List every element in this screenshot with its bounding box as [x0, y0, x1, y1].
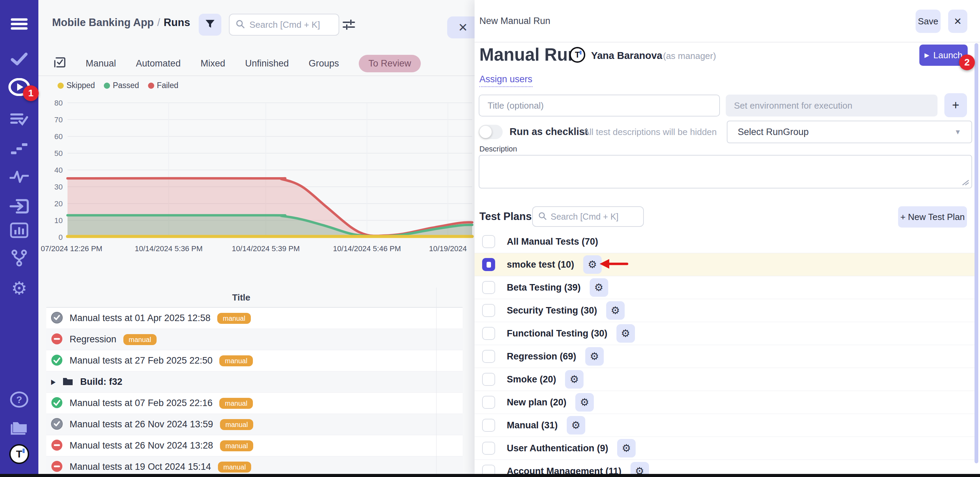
table-row[interactable]: Manual tests at 27 Feb 2025 22:50 manual	[46, 350, 463, 372]
table-row[interactable]: Manual tests at 26 Nov 2024 13:28 manual	[46, 435, 463, 456]
gear-icon: ⚙	[590, 351, 599, 361]
gear-icon: ⚙	[622, 443, 631, 453]
plan-settings-gear-button[interactable]: ⚙	[567, 416, 585, 434]
save-button[interactable]: Save	[916, 10, 940, 33]
caret-right-icon[interactable]: ▶	[51, 378, 56, 386]
svg-text:07/2024 12:26 PM: 07/2024 12:26 PM	[41, 244, 102, 253]
test-plan-row[interactable]: Security Testing (30) ⚙	[474, 299, 975, 322]
plan-checkbox[interactable]	[482, 281, 495, 294]
app-logo[interactable]: T	[0, 444, 38, 465]
logo-T-icon: T	[9, 444, 29, 464]
plan-settings-gear-button[interactable]: ⚙	[616, 324, 635, 343]
panel-topbar: New Manual Run Save ✕	[474, 0, 980, 43]
plan-label: User Authentication (9)	[507, 443, 608, 454]
test-plan-row[interactable]: New plan (20) ⚙	[474, 391, 975, 414]
test-plan-row[interactable]: smoke test (10) ⚙	[474, 253, 975, 276]
table-row[interactable]: Manual tests at 26 Nov 2024 13:59 manual	[46, 414, 463, 435]
run-as-checklist-toggle[interactable]	[479, 125, 503, 139]
pulse-activity-icon[interactable]	[0, 166, 38, 187]
rungroup-select[interactable]: Select RunGroup ▼	[727, 121, 972, 143]
table-row[interactable]: Regression manual	[46, 329, 463, 350]
test-plans-search-input[interactable]	[550, 212, 638, 222]
tests-check-icon[interactable]	[0, 48, 38, 70]
milestones-steps-icon[interactable]	[0, 137, 38, 159]
plan-settings-gear-button[interactable]: ⚙	[585, 347, 604, 366]
plan-checkbox[interactable]	[482, 419, 495, 432]
run-title-input[interactable]	[479, 95, 720, 116]
plan-label: Regression (69)	[507, 351, 576, 362]
plan-checkbox[interactable]	[482, 235, 495, 248]
projects-folder-icon[interactable]	[0, 417, 38, 438]
runs-tabs: Manual Automated Mixed Unfinished Groups…	[38, 51, 474, 76]
legend-item-skipped[interactable]: Skipped	[57, 81, 95, 90]
analytics-chart-icon[interactable]	[0, 219, 38, 241]
environment-input[interactable]	[726, 95, 937, 116]
test-plan-row[interactable]: User Authentication (9) ⚙	[474, 437, 975, 460]
breadcrumb-project[interactable]: Mobile Banking App	[52, 16, 154, 29]
menu-icon[interactable]	[0, 13, 38, 35]
runs-header: Mobile Banking App/Runs ✕	[38, 0, 474, 50]
test-plan-row[interactable]: Manual (31) ⚙	[474, 414, 975, 437]
plan-settings-gear-button[interactable]: ⚙	[617, 439, 636, 458]
add-environment-button[interactable]: +	[944, 93, 967, 117]
manual-badge: manual	[219, 398, 253, 409]
search-icon	[538, 212, 547, 221]
import-icon[interactable]	[0, 196, 38, 217]
test-plan-row[interactable]: Smoke (20) ⚙	[474, 368, 975, 391]
tab-groups[interactable]: Groups	[309, 58, 339, 69]
test-plan-row[interactable]: All Manual Tests (70)	[474, 230, 975, 253]
assign-users-link[interactable]: Assign users	[479, 74, 533, 87]
tab-manual[interactable]: Manual	[86, 58, 116, 69]
svg-text:10/14/2024 5:39 PM: 10/14/2024 5:39 PM	[232, 244, 300, 253]
table-row[interactable]: Manual tests at 01 Apr 2025 12:58 manual	[46, 308, 463, 329]
plan-settings-gear-button[interactable]: ⚙	[575, 393, 594, 412]
plan-checkbox[interactable]	[482, 373, 495, 386]
runs-search-input[interactable]	[250, 19, 332, 30]
plan-checkbox[interactable]	[482, 304, 495, 317]
plan-settings-gear-button[interactable]: ⚙	[590, 278, 608, 297]
description-textarea[interactable]	[479, 155, 972, 188]
legend-label: Passed	[113, 81, 139, 90]
annotation-arrow-icon	[597, 256, 628, 271]
plan-label: Functional Testing (30)	[507, 328, 608, 339]
plan-checkbox[interactable]	[482, 396, 495, 409]
filter-sliders-icon[interactable]	[342, 18, 356, 33]
tab-mixed[interactable]: Mixed	[200, 58, 225, 69]
plan-checkbox[interactable]	[482, 442, 495, 455]
plan-checkbox[interactable]	[482, 350, 495, 363]
tab-to-review[interactable]: To Review	[359, 55, 421, 72]
svg-text:70: 70	[54, 116, 63, 124]
app-window: ⚙ ? T Mobile Banking App/Runs	[0, 0, 980, 477]
title-column-header: Title	[46, 292, 436, 303]
test-plan-row[interactable]: Functional Testing (30) ⚙	[474, 322, 975, 345]
plan-settings-gear-button[interactable]: ⚙	[565, 370, 584, 389]
settings-gear-icon[interactable]: ⚙	[0, 278, 38, 299]
select-all-icon[interactable]	[54, 57, 66, 70]
branch-icon[interactable]	[0, 247, 38, 269]
status-icon	[51, 354, 63, 367]
sidebar: ⚙ ? T	[0, 0, 38, 477]
test-plan-row[interactable]: Regression (69) ⚙	[474, 345, 975, 368]
legend-item-passed[interactable]: Passed	[104, 81, 139, 90]
test-plan-row[interactable]: Beta Testing (39) ⚙	[474, 276, 975, 299]
close-icon: ✕	[954, 16, 961, 27]
scrollbar-thumb[interactable]	[975, 43, 978, 463]
tab-unfinished[interactable]: Unfinished	[245, 58, 289, 69]
tab-automated[interactable]: Automated	[136, 58, 181, 69]
gear-icon: ⚙	[621, 328, 630, 339]
help-icon[interactable]: ?	[0, 389, 38, 410]
panel-close-button[interactable]: ✕	[948, 10, 967, 33]
filter-button[interactable]	[199, 14, 221, 36]
table-folder-row[interactable]: ▶ Build: f32	[46, 372, 463, 393]
new-manual-run-panel: New Manual Run Save ✕ Manual Run T Yana …	[474, 0, 980, 477]
plan-checkbox[interactable]	[482, 258, 495, 271]
runs-panel-close-button[interactable]: ✕	[447, 16, 474, 38]
plan-settings-gear-button[interactable]: ⚙	[606, 301, 625, 320]
test-plans-list-icon[interactable]	[0, 109, 38, 130]
plan-checkbox[interactable]	[482, 327, 495, 340]
breadcrumb: Mobile Banking App/Runs	[52, 16, 190, 29]
new-test-plan-button[interactable]: + New Test Plan	[898, 206, 967, 227]
table-row[interactable]: Manual tests at 07 Feb 2025 22:16 manual	[46, 393, 463, 414]
legend-item-failed[interactable]: Failed	[148, 81, 178, 90]
svg-text:20: 20	[54, 199, 63, 208]
